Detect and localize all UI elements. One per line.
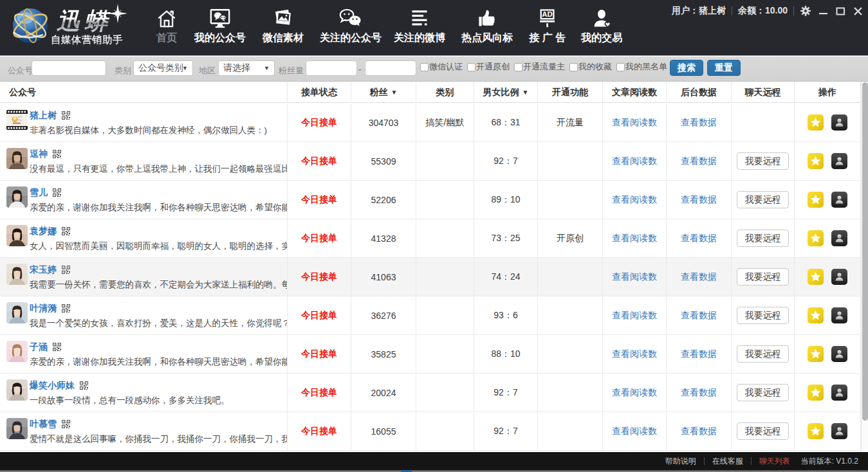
account-name-link[interactable]: 爆笑小师妹: [30, 380, 75, 392]
view-reads-link[interactable]: 查看阅读数: [612, 271, 657, 283]
nav-item-my-accounts[interactable]: 我的公众号: [194, 6, 246, 45]
favorite-star-button[interactable]: [808, 230, 824, 246]
nav-item-home[interactable]: 首页: [156, 6, 178, 45]
settings-gear-icon[interactable]: [800, 5, 811, 17]
view-reads-link[interactable]: 查看阅读数: [612, 349, 657, 360]
reset-button[interactable]: 重置: [707, 60, 741, 76]
minimize-icon[interactable]: [817, 5, 829, 17]
footer-link-3[interactable]: 聊天列表: [759, 456, 790, 467]
remote-chat-button[interactable]: 我要远程: [737, 230, 789, 247]
column-header-ratio[interactable]: 男女比例▼: [474, 82, 538, 103]
view-reads-link[interactable]: 查看阅读数: [612, 426, 657, 437]
view-backend-data-link[interactable]: 查看数据: [681, 426, 717, 437]
nav-item-take-ads[interactable]: AD 接 广 告: [530, 6, 566, 45]
account-name-link[interactable]: 叶慕雪: [30, 419, 57, 430]
filter-checkbox-2[interactable]: 开通原创: [467, 61, 510, 73]
checkbox-icon[interactable]: [467, 63, 476, 71]
favorite-star-button[interactable]: [808, 114, 824, 131]
contact-person-button[interactable]: [831, 307, 847, 323]
contact-person-button[interactable]: [831, 423, 847, 439]
account-name-link[interactable]: 叶清漪: [30, 303, 57, 314]
contact-person-button[interactable]: [831, 153, 847, 169]
column-header-fans[interactable]: 粉丝▼: [351, 82, 416, 103]
checkbox-icon[interactable]: [616, 63, 625, 71]
account-avatar[interactable]: [6, 341, 28, 362]
account-search-input[interactable]: [32, 60, 106, 76]
footer-link-1[interactable]: 帮助说明: [665, 456, 696, 467]
view-reads-link[interactable]: 查看阅读数: [612, 194, 657, 206]
remote-chat-button[interactable]: 我要远程: [737, 384, 789, 401]
favorite-star-button[interactable]: [808, 153, 824, 169]
contact-person-button[interactable]: [831, 114, 847, 131]
remote-chat-button[interactable]: 我要远程: [737, 422, 789, 440]
checkbox-icon[interactable]: [514, 63, 522, 71]
filter-checkbox-1[interactable]: 微信认证: [420, 61, 463, 73]
filter-checkbox-5[interactable]: 我的黑名单: [616, 61, 667, 73]
favorite-star-button[interactable]: [808, 269, 824, 285]
contact-person-button[interactable]: [831, 346, 847, 362]
contact-person-button[interactable]: [831, 269, 847, 285]
view-reads-link[interactable]: 查看阅读数: [612, 233, 657, 244]
maximize-icon[interactable]: [835, 5, 846, 17]
view-reads-link[interactable]: 查看阅读数: [612, 387, 657, 399]
filter-checkbox-4[interactable]: 我的收藏: [569, 61, 612, 73]
region-select[interactable]: 请选择 ▼: [218, 60, 275, 76]
view-reads-link[interactable]: 查看阅读数: [612, 310, 657, 322]
account-name-link[interactable]: 雪儿: [30, 187, 48, 199]
view-backend-data-link[interactable]: 查看数据: [681, 233, 717, 244]
view-backend-data-link[interactable]: 查看数据: [681, 117, 717, 129]
view-reads-link[interactable]: 查看阅读数: [612, 156, 657, 167]
account-avatar[interactable]: [6, 148, 28, 169]
view-backend-data-link[interactable]: 查看数据: [681, 271, 717, 283]
contact-person-button[interactable]: [831, 385, 847, 401]
contact-person-button[interactable]: [831, 192, 847, 208]
qr-code-icon[interactable]: [53, 188, 61, 197]
nav-item-wechat-material[interactable]: 微信素材: [263, 6, 304, 45]
filter-checkbox-3[interactable]: 开通流量主: [514, 61, 565, 73]
account-avatar[interactable]: [6, 225, 28, 246]
account-name-link[interactable]: 宋玉婷: [30, 264, 57, 276]
footer-link-2[interactable]: 在线客服: [712, 456, 743, 467]
qr-code-icon[interactable]: [62, 266, 70, 274]
qr-code-icon[interactable]: [62, 420, 70, 428]
remote-chat-button[interactable]: 我要远程: [737, 345, 789, 363]
contact-person-button[interactable]: [831, 230, 847, 246]
favorite-star-button[interactable]: [808, 192, 824, 208]
checkbox-icon[interactable]: [420, 63, 429, 71]
account-avatar[interactable]: [6, 264, 28, 285]
account-avatar[interactable]: [6, 379, 28, 401]
favorite-star-button[interactable]: [808, 307, 824, 323]
vertical-scrollbar[interactable]: [861, 82, 868, 452]
checkbox-icon[interactable]: [569, 63, 578, 71]
scrollbar-thumb[interactable]: [862, 82, 868, 421]
account-name-link[interactable]: 逗神: [30, 149, 48, 160]
view-reads-link[interactable]: 查看阅读数: [612, 117, 657, 129]
search-button[interactable]: 搜索: [670, 60, 703, 76]
qr-code-icon[interactable]: [80, 381, 88, 390]
nav-item-hot-trends[interactable]: 热点风向标: [461, 6, 513, 45]
remote-chat-button[interactable]: 我要远程: [737, 307, 789, 324]
account-avatar[interactable]: [6, 418, 28, 439]
qr-code-icon[interactable]: [62, 304, 70, 313]
view-backend-data-link[interactable]: 查看数据: [681, 310, 717, 322]
close-icon[interactable]: [852, 5, 863, 17]
account-avatar[interactable]: [6, 186, 28, 208]
nav-item-my-trades[interactable]: 我的交易: [581, 6, 622, 45]
account-avatar[interactable]: [6, 109, 28, 131]
remote-chat-button[interactable]: 我要远程: [737, 152, 789, 170]
nav-item-followed-weibo[interactable]: 关注的微博: [394, 6, 445, 45]
favorite-star-button[interactable]: [808, 423, 824, 439]
remote-chat-button[interactable]: 我要远程: [737, 268, 789, 286]
favorite-star-button[interactable]: [808, 385, 824, 401]
nav-item-followed-accounts[interactable]: 关注的公众号: [320, 6, 382, 45]
category-select[interactable]: 公众号类别 ▼: [133, 60, 193, 76]
view-backend-data-link[interactable]: 查看数据: [681, 349, 717, 360]
account-name-link[interactable]: 子涵: [30, 341, 48, 353]
account-avatar[interactable]: [6, 302, 28, 323]
view-backend-data-link[interactable]: 查看数据: [681, 194, 717, 206]
account-name-link[interactable]: 猪上树: [30, 110, 57, 122]
view-backend-data-link[interactable]: 查看数据: [681, 387, 717, 399]
view-backend-data-link[interactable]: 查看数据: [681, 156, 717, 167]
account-name-link[interactable]: 袁梦娜: [30, 226, 57, 237]
qr-code-icon[interactable]: [62, 227, 70, 235]
